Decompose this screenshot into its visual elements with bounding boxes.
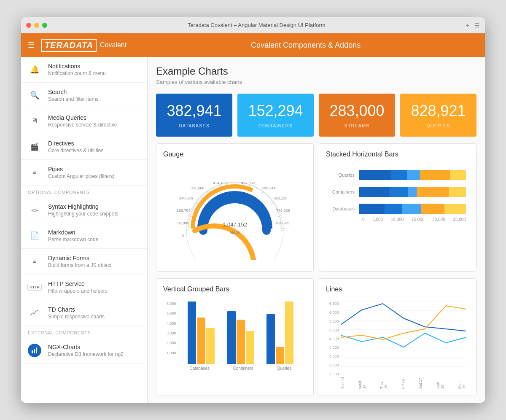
sidebar-item-syntax[interactable]: <> Syntax Highlighting Highlighting your… — [21, 197, 147, 223]
stat-databases-number: 382,941 — [167, 102, 221, 120]
page-title: Example Charts — [156, 65, 476, 77]
maximize-button[interactable] — [42, 23, 47, 28]
directives-title: Directives — [48, 140, 103, 147]
sidebar-item-media-queries[interactable]: 🖥 Media Queries Responsive service & dir… — [21, 108, 147, 134]
logo-area: TERADATA Covalent — [41, 39, 126, 52]
media-queries-title: Media Queries — [48, 114, 117, 121]
svg-text:331,568: 331,568 — [191, 186, 205, 190]
stat-queries-label: QUERIES — [426, 123, 450, 128]
svg-text:248,676: 248,676 — [179, 196, 193, 200]
svg-text:663,136: 663,136 — [274, 196, 288, 200]
syntax-sub: Highlighting your code snippets — [48, 211, 118, 217]
page-subtitle: Samples of various available charts — [156, 79, 476, 85]
media-queries-sub: Responsive service & directive — [48, 122, 117, 128]
search-sub: Search and filter items — [48, 96, 98, 102]
directives-sub: Core directives & utilities — [48, 148, 103, 153]
http-icon: HTTP — [28, 280, 41, 294]
new-tab-icon[interactable]: + — [466, 22, 469, 29]
svg-text:1,047,152: 1,047,152 — [223, 221, 247, 228]
lines-chart: Lines 6,500 6,000 5,500 5,000 4,500 4,00… — [319, 278, 476, 396]
stacked-bars-visual: Queries Containers — [326, 163, 469, 225]
stat-databases-label: DATABASES — [179, 123, 210, 128]
monitor-icon: 🖥 — [28, 114, 41, 128]
pipes-title: Pipes — [48, 166, 114, 172]
sidebar-item-markdown[interactable]: 📄 Markdown Parse markdown code — [21, 223, 147, 249]
svg-rect-1 — [34, 349, 35, 353]
sidebar-item-ngx-charts[interactable]: NGX-Charts Declarative D3 framework for … — [21, 338, 147, 363]
markdown-icon: 📄 — [28, 229, 41, 242]
sidebar-item-search[interactable]: 🔍 Search Search and filter items — [21, 83, 147, 108]
markdown-sub: Parse markdown code — [48, 237, 98, 242]
svg-text:steps: steps — [230, 230, 240, 235]
ngx-charts-sub: Declarative D3 framework for ng2 — [48, 351, 124, 357]
stat-queries-number: 828,921 — [411, 102, 466, 120]
notifications-sub: Notification count & menu — [48, 70, 106, 76]
charts-row-1: Gauge — [156, 143, 476, 272]
sidebar-item-pipes[interactable]: ≡ Pipes Custom Angular pipes (filters) — [21, 160, 147, 186]
td-charts-title: TD Charts — [48, 306, 105, 313]
optional-components-label: Optional Components — [21, 186, 147, 197]
svg-text:828,921: 828,921 — [276, 221, 290, 225]
syntax-title: Syntax Highlighting — [48, 203, 118, 210]
chart-icon — [28, 306, 41, 320]
minimize-button[interactable] — [34, 23, 39, 28]
titlebar-actions: + ☰ — [466, 22, 480, 29]
vertical-bars-visual: 6,000 5,000 4,000 3,000 2,000 1,000 — [163, 298, 307, 371]
sidebar-item-td-charts[interactable]: TD Charts Simple responsive charts — [21, 300, 147, 326]
code-icon: <> — [28, 203, 41, 217]
http-sub: Http wrappers and helpers — [48, 288, 108, 294]
sidebar: 🔔 Notifications Notification count & men… — [21, 57, 148, 403]
menu-icon[interactable]: ☰ — [474, 22, 480, 29]
nav-toggle[interactable]: ☰ — [28, 40, 35, 50]
td-charts-sub: Simple responsive charts — [48, 314, 105, 320]
stats-grid: 382,941 DATABASES 152,294 CONTAINERS 283… — [156, 94, 476, 137]
svg-text:0: 0 — [182, 234, 184, 238]
header-title: Covalent Components & Addons — [133, 41, 478, 50]
svg-text:580,244: 580,244 — [262, 186, 276, 190]
lines-visual: 6,500 6,000 5,500 5,000 4,500 4,000 3,50… — [326, 298, 469, 389]
sidebar-item-directives[interactable]: 🎬 Directives Core directives & utilities — [21, 134, 147, 160]
main-content: Example Charts Samples of various availa… — [148, 57, 485, 403]
svg-rect-0 — [32, 350, 33, 353]
svg-text:165,784: 165,784 — [177, 208, 191, 213]
forms-icon: ≡ — [28, 255, 41, 268]
sidebar-item-dynamic-forms[interactable]: ≡ Dynamic Forms Build forms from a JS ob… — [21, 249, 147, 275]
stacked-bars-title: Stacked Horizontal Bars — [326, 151, 469, 158]
pipes-icon: ≡ — [28, 166, 41, 179]
bell-icon: 🔔 — [28, 63, 41, 76]
dynamic-forms-sub: Build forms from a JS object — [48, 262, 111, 268]
app-window: Teradata Covalent – Angular Material Des… — [21, 17, 485, 403]
charts-row-2: Vertical Grouped Bars 6,000 5,000 4,000 … — [156, 278, 476, 396]
ngx-charts-title: NGX-Charts — [48, 344, 124, 350]
sidebar-item-http[interactable]: HTTP HTTP Service Http wrappers and help… — [21, 275, 147, 300]
stat-containers-number: 152,294 — [248, 102, 303, 120]
svg-text:497,352: 497,352 — [241, 181, 255, 185]
search-title: Search — [48, 89, 98, 95]
sidebar-item-notifications[interactable]: 🔔 Notifications Notification count & men… — [21, 57, 147, 83]
window-title: Teradata Covalent – Angular Material Des… — [47, 22, 466, 28]
stat-queries: 828,921 QUERIES — [400, 94, 476, 137]
gauge-title: Gauge — [163, 151, 307, 158]
window-controls — [26, 23, 47, 28]
vertical-bars-title: Vertical Grouped Bars — [163, 285, 307, 293]
logo-covalent: Covalent — [100, 41, 126, 49]
svg-rect-2 — [36, 347, 37, 353]
stat-databases: 382,941 DATABASES — [156, 94, 232, 137]
dynamic-forms-title: Dynamic Forms — [48, 255, 111, 261]
notifications-title: Notifications — [48, 63, 106, 70]
close-button[interactable] — [26, 23, 31, 28]
lines-svg — [341, 302, 466, 375]
vertical-bars-chart: Vertical Grouped Bars 6,000 5,000 4,000 … — [156, 278, 314, 396]
app-body: 🔔 Notifications Notification count & men… — [21, 57, 485, 403]
svg-text:414,460: 414,460 — [213, 181, 227, 185]
http-title: HTTP Service — [48, 280, 108, 287]
stat-streams: 283,000 STREAMS — [319, 94, 395, 137]
stat-containers: 152,294 CONTAINERS — [237, 94, 314, 137]
lines-title: Lines — [326, 285, 469, 293]
markdown-title: Markdown — [48, 229, 98, 236]
gauge-svg: 1,047,152 steps 0 82,892 165,784 248,676… — [167, 167, 302, 260]
gauge-chart: Gauge — [156, 143, 314, 272]
stacked-bars-chart: Stacked Horizontal Bars Queries — [319, 143, 476, 272]
gauge-visual: 1,047,152 steps 0 82,892 165,784 248,676… — [163, 163, 307, 264]
svg-text:746,028: 746,028 — [276, 208, 290, 213]
